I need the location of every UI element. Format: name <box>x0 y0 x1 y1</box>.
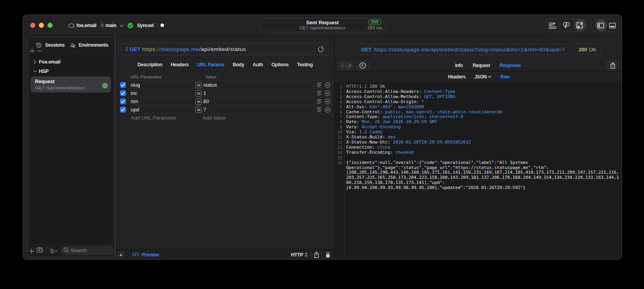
response-status-code: 200 <box>578 47 587 53</box>
editor-tab-options[interactable]: Options <box>272 62 289 67</box>
param-row: upd7 <box>115 105 335 114</box>
tree-group-foe-email[interactable]: Foe.email <box>29 57 113 67</box>
line-number: 15 <box>335 155 342 160</box>
param-value[interactable]: status <box>203 82 217 88</box>
search-placeholder: Search <box>71 247 87 253</box>
response-tab-response[interactable]: Response <box>500 63 520 68</box>
tree-group-hsp[interactable]: HSP <box>29 67 113 76</box>
editor-tab-auth[interactable]: Auth <box>253 62 263 67</box>
response-subtab-raw[interactable]: Raw <box>500 74 509 80</box>
icon-graphic <box>197 92 201 95</box>
back-icon[interactable] <box>341 63 344 68</box>
param-row: inc1 <box>115 89 335 97</box>
collapse-panel-button[interactable] <box>115 252 126 257</box>
param-name[interactable]: inc <box>131 90 137 96</box>
editor-tab-url-params[interactable]: URL Params <box>197 62 224 67</box>
response-subtab-headers[interactable]: Headers <box>448 74 465 80</box>
text-segment: GET, OPTIONS <box>424 94 455 99</box>
remove-param-icon[interactable] <box>325 107 330 113</box>
preview-button[interactable]: Preview <box>127 252 164 258</box>
search-icon <box>64 247 69 254</box>
response-raw-view[interactable]: 1HTTP/1.1 200 OK2Access-Control-Allow-He… <box>335 82 622 260</box>
param-options-icon[interactable] <box>317 83 322 87</box>
url-slashes: // <box>157 46 161 52</box>
add-param-value-placeholder[interactable]: Add Value <box>203 115 226 121</box>
minimize-window-button[interactable] <box>39 23 44 28</box>
sent-request-pill[interactable]: Sent Request GET /api/embed/status 200 2… <box>260 18 385 32</box>
param-enabled-checkbox[interactable] <box>120 90 126 96</box>
response-method: GET <box>361 47 372 53</box>
param-name[interactable]: upd <box>131 107 139 113</box>
remove-param-icon[interactable] <box>325 91 330 96</box>
text-segment: Alt-Svc: <box>346 104 370 109</box>
zoom-window-button[interactable] <box>47 23 53 28</box>
toggle-bottom-panel-button[interactable] <box>607 19 618 32</box>
tab-sessions[interactable]: Sessions <box>36 42 65 48</box>
param-value[interactable]: 1 <box>203 90 206 96</box>
sync-loop-button[interactable] <box>560 19 573 32</box>
sort-filter-button[interactable] <box>49 249 58 254</box>
param-name[interactable]: slug <box>131 82 140 88</box>
titlebar-project-info: foe.email main <box>68 15 164 36</box>
branch-name[interactable]: main <box>106 23 117 28</box>
line-number <box>335 175 342 180</box>
cloud-icon <box>68 23 75 28</box>
editor-tab-headers[interactable]: Headers <box>171 62 189 67</box>
param-enabled-checkbox[interactable] <box>120 82 126 88</box>
response-url: https://statuspage.me/api/embed/status?s… <box>374 47 565 53</box>
sync-status[interactable]: Synced <box>137 23 153 28</box>
text-segment: {"incidents":null,"overall":{"code":"ope… <box>346 160 528 165</box>
param-value[interactable]: 7 <box>203 107 206 113</box>
remove-param-icon[interactable] <box>325 82 330 88</box>
response-tab-request[interactable]: Request <box>473 63 490 68</box>
editor-tab-description[interactable]: Description <box>137 62 162 67</box>
chevron-down-icon[interactable] <box>120 25 124 27</box>
import-export-button[interactable] <box>573 19 587 32</box>
param-options-icon[interactable] <box>317 91 322 95</box>
remove-param-icon[interactable] <box>325 99 330 104</box>
lock-icon[interactable] <box>322 252 335 258</box>
preview-label: Preview <box>142 252 159 258</box>
tab-environments[interactable]: Environments <box>70 42 108 48</box>
add-param-row[interactable]: Add URL Parameter Add Value <box>115 114 335 122</box>
param-name[interactable]: rtm <box>131 98 138 104</box>
request-url-bar[interactable]: GET https://statuspage.me/api/embed/stat… <box>121 43 329 55</box>
add-request-button[interactable] <box>29 249 34 254</box>
chevron-down-icon <box>33 70 36 73</box>
text-segment: Content-Type <box>424 89 455 94</box>
param-enabled-checkbox[interactable] <box>120 107 126 113</box>
response-tab-info[interactable]: Info <box>455 63 463 68</box>
param-value[interactable]: 60 <box>203 98 209 104</box>
editor-tab-testing[interactable]: Testing <box>297 62 313 67</box>
param-options-icon[interactable] <box>317 107 322 112</box>
url-params-table: URL Parameter Value slugstatusinc1rtm60u… <box>115 73 335 122</box>
request-tree-item[interactable]: Request GET /api/embed/status <box>31 76 111 93</box>
response-subtab-json[interactable]: JSON <box>474 74 491 80</box>
param-options-icon[interactable] <box>317 99 322 104</box>
line-number: 8 <box>335 120 342 125</box>
sent-request-pill-status: 200 280 ms <box>366 18 383 32</box>
protocol-selector[interactable]: HTTP <box>291 252 311 258</box>
param-enabled-checkbox[interactable] <box>120 98 126 104</box>
new-folder-button[interactable] <box>36 247 43 253</box>
line-text: Transfer-Encoding: chunked <box>342 150 414 155</box>
project-name[interactable]: foe.email <box>77 23 97 28</box>
text-segment: dev <box>388 135 396 140</box>
text-segment: public, max-age=15, stale-while-revalida… <box>385 109 502 115</box>
icon-graphic <box>318 45 325 53</box>
share-response-button[interactable] <box>606 61 620 71</box>
method-selector-icon[interactable] <box>125 47 128 51</box>
updown-chevrons-icon <box>305 253 307 257</box>
toggle-sidebar-button[interactable] <box>595 19 608 32</box>
editor-tab-body[interactable]: Body <box>233 62 244 67</box>
resend-request-icon[interactable] <box>318 45 325 53</box>
close-window-button[interactable] <box>30 23 35 28</box>
export-list-button[interactable] <box>546 19 560 32</box>
add-param-name-placeholder[interactable]: Add URL Parameter <box>131 115 177 121</box>
sidebar-tabs: Sessions Environments <box>36 37 108 53</box>
icon-graphic <box>49 249 58 254</box>
text-segment: Vary: <box>346 124 362 129</box>
search-input[interactable]: Search <box>61 246 114 256</box>
share-request-button[interactable] <box>311 252 322 258</box>
equals-icon <box>195 90 202 96</box>
